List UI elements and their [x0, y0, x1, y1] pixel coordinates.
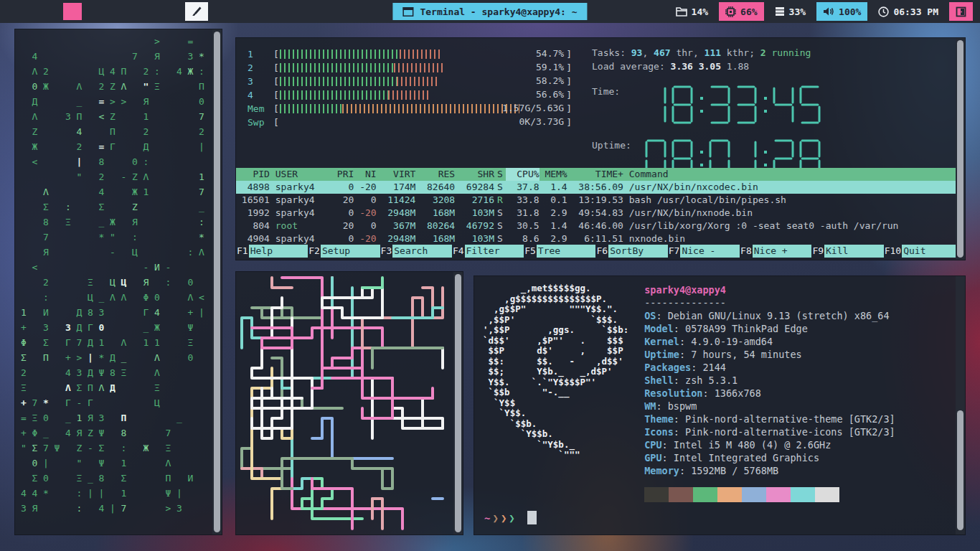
fkey-quit[interactable]: F10Quit	[884, 245, 956, 258]
terminal-color-palette	[644, 487, 895, 502]
led-time	[645, 85, 826, 128]
paintbrush-launcher[interactable]	[185, 2, 208, 21]
focused-window-title[interactable]: Terminal - sparky4@xappy4: ~	[392, 3, 587, 20]
fetch-info-line: Packages: 2144	[644, 361, 895, 374]
panel-modules: 14% 66% 33% 100%	[676, 0, 980, 23]
load-average-line: Load average: 3.36 3.05 1.88	[592, 61, 954, 75]
fetch-info-line: Resolution: 980x551	[644, 387, 895, 400]
fkey-setup[interactable]: F2Setup	[308, 245, 380, 258]
neofetch-scrollbar[interactable]	[956, 276, 965, 534]
ram-module[interactable]: 33%	[775, 2, 806, 21]
process-row[interactable]: 804root200367M8026446792S30.51.446:46.00…	[236, 220, 956, 232]
fetch-info-line: Model: 0578A99 ThinkPad Edge	[644, 322, 895, 335]
htop-summary: Tasks: 93, 467 thr, 111 kthr; 2 running …	[592, 47, 954, 182]
top-panel: Terminal - sparky4@xappy4: ~ 14% 66%	[0, 0, 980, 23]
volume-module[interactable]: 100%	[816, 2, 867, 21]
prompt-chevron: ❯	[501, 512, 507, 524]
time-label: Time:	[592, 85, 645, 97]
terminal-cursor	[527, 511, 537, 524]
fetch-info-line: Icons: Pink-nord-alternative-icons [GTK2…	[644, 425, 895, 438]
meter-3: 3[58.2%]	[248, 75, 572, 88]
fetch-info-line: Shell: zsh 5.3.1	[644, 374, 895, 387]
folder-icon	[676, 6, 687, 17]
function-key-bar: F1HelpF2SetupF3SearchF4FilterF5TreeF6Sor…	[236, 245, 956, 258]
fetch-info-line: OS: Debian GNU/Linux 9.13 (stretch) x86_…	[644, 309, 895, 322]
fkey-help[interactable]: F1Help	[236, 245, 308, 258]
htop-window[interactable]: 1[54.7%]2[59.1%]3[58.2%]4[56.6%]Mem[1.57…	[235, 37, 966, 260]
window-icon	[402, 7, 413, 17]
workspace-indicator[interactable]	[63, 3, 82, 20]
process-row[interactable]: 4898sparky40-20174M8264069284S37.81.438:…	[236, 181, 956, 194]
disk-usage-value: 14%	[692, 6, 708, 17]
pipes-art	[237, 273, 453, 533]
logout-module[interactable]	[949, 2, 973, 21]
neofetch-window[interactable]: _,met$$$$$gg. ,g$$$$$$$$$$$$$$$P. ,g$$P"…	[473, 276, 966, 535]
matrix-scrollbar[interactable]	[212, 29, 222, 534]
meter-1: 1[54.7%]	[248, 47, 572, 61]
meter-Swp: Swp[0K/3.73G]	[248, 116, 572, 129]
window-title-text: Terminal - sparky4@xappy4: ~	[420, 6, 577, 17]
process-row[interactable]: 16501sparky42001142432082716R33.80.113:1…	[236, 194, 956, 207]
prompt-path: ~	[484, 512, 490, 524]
tasks-line: Tasks: 93, 467 thr, 111 kthr; 2 running	[592, 47, 954, 61]
process-table: PIDUSERPRINIVIRTRESSHRSCPU%MEM%TIME+Comm…	[236, 168, 956, 245]
fetch-info-line: GPU: Intel Integrated Graphics	[644, 451, 895, 464]
fetch-info-line: CPU: Intel i5 M 480 (4) @ 2.6GHz	[644, 438, 895, 451]
ram-icon	[775, 6, 785, 17]
fetch-info-line: Kernel: 4.9.0-19-amd64	[644, 335, 895, 348]
fkey-nice[interactable]: F8Nice +	[740, 245, 811, 258]
meter-Mem: Mem[1.57G/5.63G]	[248, 102, 572, 116]
paintbrush-icon	[191, 6, 202, 17]
time-row: Time:	[592, 85, 954, 128]
fetch-info-line: Memory: 1592MB / 5768MB	[644, 464, 895, 477]
process-row[interactable]: 1992sparky40-202948M168M103MS31.82.949:5…	[236, 207, 956, 220]
process-row[interactable]: 4904sparky40-202948M168M103MS8.62.96:11.…	[236, 232, 956, 245]
prompt-chevron: ❯	[509, 512, 514, 524]
clock-icon	[878, 6, 889, 17]
ram-usage-value: 33%	[789, 6, 806, 17]
uptime-label: Uptime:	[592, 138, 645, 151]
fkey-filter[interactable]: F4Filter	[452, 245, 524, 258]
cmatrix-window[interactable]: 1 + Φ Σ 2 Ξ + = + " 4 3 4 Λ 0 Д Λ Ζ Ж < …	[14, 29, 222, 535]
fetch-host: sparky4@xappy4	[644, 283, 895, 296]
fetch-separator: --------------	[644, 296, 895, 309]
fkey-sortby[interactable]: F6SortBy	[595, 245, 667, 258]
cpu-usage-value: 66%	[740, 6, 757, 17]
cpu-icon	[725, 6, 736, 17]
debian-ascii-logo: _,met$$$$$gg. ,g$$$$$$$$$$$$$$$P. ,g$$P"…	[483, 283, 628, 502]
fkey-nice[interactable]: F7Nice -	[668, 245, 740, 258]
meter-2: 2[59.1%]	[248, 61, 572, 75]
fetch-info-line: Theme: Pink-nord-alternative-theme [GTK2…	[644, 413, 895, 425]
fkey-kill[interactable]: F9Kill	[811, 245, 883, 258]
shell-prompt[interactable]: ~❯❯❯	[484, 511, 537, 524]
disk-module[interactable]: 14%	[676, 2, 708, 21]
meter-4: 4[56.6%]	[248, 88, 572, 102]
neofetch-output: _,met$$$$$gg. ,g$$$$$$$$$$$$$$$P. ,g$$P"…	[483, 283, 952, 502]
process-table-header[interactable]: PIDUSERPRINIVIRTRESSHRSCPU%MEM%TIME+Comm…	[236, 168, 956, 181]
fetch-info-line: Uptime: 7 hours, 54 minutes	[644, 348, 895, 361]
fkey-tree[interactable]: F5Tree	[524, 245, 595, 258]
volume-value: 100%	[839, 6, 861, 17]
clock-value: 06:33 PM	[893, 6, 938, 17]
pipes-window[interactable]	[235, 271, 463, 535]
door-exit-icon	[956, 6, 966, 17]
clock-module[interactable]: 06:33 PM	[878, 2, 938, 21]
htop-scrollbar[interactable]	[956, 38, 965, 260]
prompt-chevron: ❯	[492, 512, 498, 524]
speaker-icon	[823, 6, 834, 17]
fkey-search[interactable]: F3Search	[380, 245, 452, 258]
system-info: sparky4@xappy4--------------OS: Debian G…	[644, 283, 895, 502]
fetch-info-line: WM: bspwm	[644, 400, 895, 413]
cpu-module[interactable]: 66%	[719, 2, 763, 21]
htop-meters: 1[54.7%]2[59.1%]3[58.2%]4[56.6%]Mem[1.57…	[248, 47, 572, 129]
pipes-scrollbar[interactable]	[453, 272, 463, 534]
